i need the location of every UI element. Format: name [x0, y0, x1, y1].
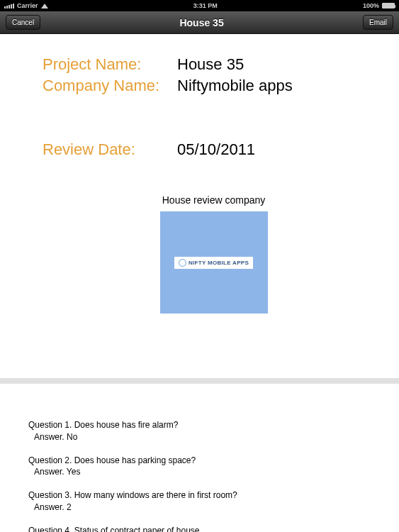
qa-section: Question 1. Does house has fire alarm? A… — [0, 384, 399, 532]
project-row: Project Name: House 35 — [43, 55, 385, 74]
battery-icon — [382, 3, 395, 9]
review-date-row: Review Date: 05/10/2011 — [43, 140, 385, 159]
company-value: Niftymobile apps — [177, 77, 293, 95]
section-divider — [0, 378, 399, 384]
qa-item: Question 1. Does house has fire alarm? A… — [28, 419, 371, 443]
project-value: House 35 — [177, 55, 244, 74]
question-text: Question 2. Does house has parking space… — [28, 455, 371, 467]
cancel-button[interactable]: Cancel — [6, 15, 40, 30]
logo-section: House review company NIFTY MOBILE APPS — [43, 194, 385, 314]
page-title: House 35 — [179, 17, 223, 28]
nav-bar: Cancel House 35 Email — [0, 11, 399, 34]
logo-circle-icon — [179, 259, 186, 267]
company-label: Company Name: — [43, 77, 177, 95]
email-button[interactable]: Email — [363, 15, 393, 30]
company-row: Company Name: Niftymobile apps — [43, 77, 385, 95]
status-left: Carrier — [4, 2, 48, 9]
review-date-label: Review Date: — [43, 140, 177, 159]
status-bar: Carrier 3:31 PM 100% — [0, 0, 399, 11]
answer-text: Answer. No — [28, 431, 371, 443]
question-text: Question 3. How many windows are there i… — [28, 489, 371, 501]
qa-item: Question 2. Does house has parking space… — [28, 455, 371, 479]
review-date-value: 05/10/2011 — [177, 140, 255, 159]
status-time: 3:31 PM — [193, 2, 218, 9]
carrier-label: Carrier — [17, 2, 38, 9]
qa-item: Question 3. How many windows are there i… — [28, 489, 371, 514]
answer-text: Answer. Yes — [28, 466, 371, 478]
battery-percent: 100% — [363, 2, 379, 9]
status-right: 100% — [363, 2, 395, 9]
answer-text: Answer. 2 — [28, 501, 371, 514]
signal-icon — [4, 4, 14, 9]
question-text: Question 4. Status of contract paper of … — [28, 525, 371, 532]
logo-text: NIFTY MOBILE APPS — [189, 260, 249, 266]
main-content: Project Name: House 35 Company Name: Nif… — [0, 34, 399, 378]
logo-title: House review company — [43, 194, 385, 206]
wifi-icon — [41, 4, 48, 9]
project-label: Project Name: — [43, 55, 177, 74]
logo-box: NIFTY MOBILE APPS — [160, 211, 268, 314]
question-text: Question 1. Does house has fire alarm? — [28, 419, 371, 431]
logo-content: NIFTY MOBILE APPS — [174, 257, 253, 269]
qa-item: Question 4. Status of contract paper of … — [28, 525, 371, 532]
